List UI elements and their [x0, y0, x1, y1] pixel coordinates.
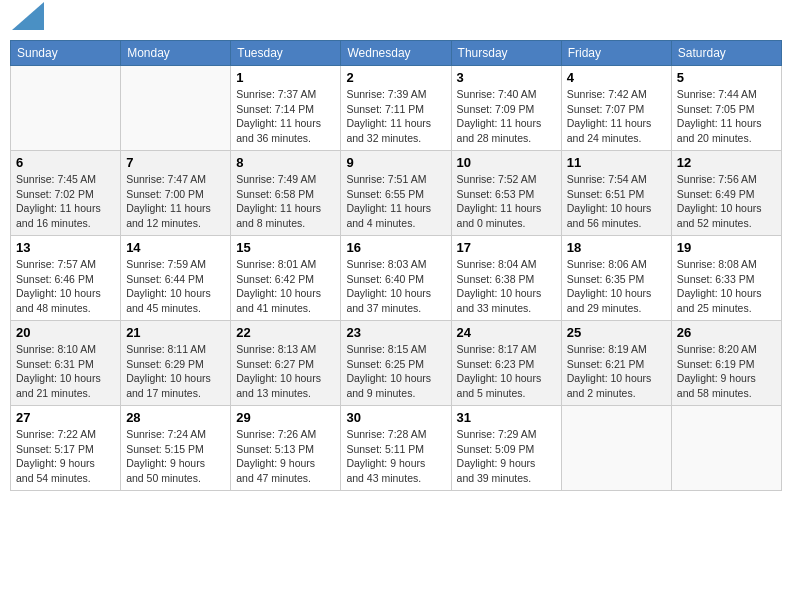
- cell-info: Sunrise: 8:17 AM Sunset: 6:23 PM Dayligh…: [457, 342, 556, 401]
- cell-info: Sunrise: 7:47 AM Sunset: 7:00 PM Dayligh…: [126, 172, 225, 231]
- day-number: 2: [346, 70, 445, 85]
- day-number: 23: [346, 325, 445, 340]
- day-number: 14: [126, 240, 225, 255]
- calendar-cell: 4Sunrise: 7:42 AM Sunset: 7:07 PM Daylig…: [561, 66, 671, 151]
- day-number: 30: [346, 410, 445, 425]
- calendar-week-row: 13Sunrise: 7:57 AM Sunset: 6:46 PM Dayli…: [11, 236, 782, 321]
- calendar-body: 1Sunrise: 7:37 AM Sunset: 7:14 PM Daylig…: [11, 66, 782, 491]
- calendar-cell: 23Sunrise: 8:15 AM Sunset: 6:25 PM Dayli…: [341, 321, 451, 406]
- cell-info: Sunrise: 7:57 AM Sunset: 6:46 PM Dayligh…: [16, 257, 115, 316]
- cell-info: Sunrise: 8:11 AM Sunset: 6:29 PM Dayligh…: [126, 342, 225, 401]
- day-number: 24: [457, 325, 556, 340]
- page-header: [10, 10, 782, 32]
- calendar-week-row: 27Sunrise: 7:22 AM Sunset: 5:17 PM Dayli…: [11, 406, 782, 491]
- cell-info: Sunrise: 8:19 AM Sunset: 6:21 PM Dayligh…: [567, 342, 666, 401]
- cell-info: Sunrise: 8:06 AM Sunset: 6:35 PM Dayligh…: [567, 257, 666, 316]
- calendar-cell: 25Sunrise: 8:19 AM Sunset: 6:21 PM Dayli…: [561, 321, 671, 406]
- cell-info: Sunrise: 8:20 AM Sunset: 6:19 PM Dayligh…: [677, 342, 776, 401]
- cell-info: Sunrise: 7:29 AM Sunset: 5:09 PM Dayligh…: [457, 427, 556, 486]
- calendar-cell: 9Sunrise: 7:51 AM Sunset: 6:55 PM Daylig…: [341, 151, 451, 236]
- cell-info: Sunrise: 7:52 AM Sunset: 6:53 PM Dayligh…: [457, 172, 556, 231]
- calendar-cell: 7Sunrise: 7:47 AM Sunset: 7:00 PM Daylig…: [121, 151, 231, 236]
- cell-info: Sunrise: 8:15 AM Sunset: 6:25 PM Dayligh…: [346, 342, 445, 401]
- calendar-cell: 5Sunrise: 7:44 AM Sunset: 7:05 PM Daylig…: [671, 66, 781, 151]
- day-number: 7: [126, 155, 225, 170]
- calendar-cell: 6Sunrise: 7:45 AM Sunset: 7:02 PM Daylig…: [11, 151, 121, 236]
- cell-info: Sunrise: 7:26 AM Sunset: 5:13 PM Dayligh…: [236, 427, 335, 486]
- cell-info: Sunrise: 7:44 AM Sunset: 7:05 PM Dayligh…: [677, 87, 776, 146]
- cell-info: Sunrise: 8:04 AM Sunset: 6:38 PM Dayligh…: [457, 257, 556, 316]
- cell-info: Sunrise: 7:24 AM Sunset: 5:15 PM Dayligh…: [126, 427, 225, 486]
- cell-info: Sunrise: 7:28 AM Sunset: 5:11 PM Dayligh…: [346, 427, 445, 486]
- day-number: 28: [126, 410, 225, 425]
- day-number: 6: [16, 155, 115, 170]
- calendar-cell: 11Sunrise: 7:54 AM Sunset: 6:51 PM Dayli…: [561, 151, 671, 236]
- cell-info: Sunrise: 7:39 AM Sunset: 7:11 PM Dayligh…: [346, 87, 445, 146]
- calendar-day-header: Wednesday: [341, 41, 451, 66]
- calendar-day-header: Tuesday: [231, 41, 341, 66]
- day-number: 5: [677, 70, 776, 85]
- cell-info: Sunrise: 7:54 AM Sunset: 6:51 PM Dayligh…: [567, 172, 666, 231]
- calendar-cell: 10Sunrise: 7:52 AM Sunset: 6:53 PM Dayli…: [451, 151, 561, 236]
- calendar-cell: 29Sunrise: 7:26 AM Sunset: 5:13 PM Dayli…: [231, 406, 341, 491]
- calendar-cell: [561, 406, 671, 491]
- calendar-cell: 16Sunrise: 8:03 AM Sunset: 6:40 PM Dayli…: [341, 236, 451, 321]
- day-number: 17: [457, 240, 556, 255]
- day-number: 13: [16, 240, 115, 255]
- cell-info: Sunrise: 7:49 AM Sunset: 6:58 PM Dayligh…: [236, 172, 335, 231]
- logo: [10, 10, 44, 32]
- svg-marker-0: [12, 2, 44, 30]
- calendar-cell: 12Sunrise: 7:56 AM Sunset: 6:49 PM Dayli…: [671, 151, 781, 236]
- calendar-day-header: Saturday: [671, 41, 781, 66]
- calendar-cell: 8Sunrise: 7:49 AM Sunset: 6:58 PM Daylig…: [231, 151, 341, 236]
- day-number: 21: [126, 325, 225, 340]
- cell-info: Sunrise: 8:01 AM Sunset: 6:42 PM Dayligh…: [236, 257, 335, 316]
- day-number: 22: [236, 325, 335, 340]
- calendar-cell: 22Sunrise: 8:13 AM Sunset: 6:27 PM Dayli…: [231, 321, 341, 406]
- calendar-week-row: 1Sunrise: 7:37 AM Sunset: 7:14 PM Daylig…: [11, 66, 782, 151]
- cell-info: Sunrise: 7:22 AM Sunset: 5:17 PM Dayligh…: [16, 427, 115, 486]
- calendar-cell: 2Sunrise: 7:39 AM Sunset: 7:11 PM Daylig…: [341, 66, 451, 151]
- calendar-cell: 26Sunrise: 8:20 AM Sunset: 6:19 PM Dayli…: [671, 321, 781, 406]
- day-number: 26: [677, 325, 776, 340]
- calendar-cell: 28Sunrise: 7:24 AM Sunset: 5:15 PM Dayli…: [121, 406, 231, 491]
- calendar-cell: 21Sunrise: 8:11 AM Sunset: 6:29 PM Dayli…: [121, 321, 231, 406]
- cell-info: Sunrise: 8:13 AM Sunset: 6:27 PM Dayligh…: [236, 342, 335, 401]
- day-number: 4: [567, 70, 666, 85]
- calendar-cell: 30Sunrise: 7:28 AM Sunset: 5:11 PM Dayli…: [341, 406, 451, 491]
- calendar-table: SundayMondayTuesdayWednesdayThursdayFrid…: [10, 40, 782, 491]
- day-number: 1: [236, 70, 335, 85]
- calendar-cell: 1Sunrise: 7:37 AM Sunset: 7:14 PM Daylig…: [231, 66, 341, 151]
- day-number: 27: [16, 410, 115, 425]
- logo-arrow-icon: [12, 2, 44, 30]
- calendar-cell: 24Sunrise: 8:17 AM Sunset: 6:23 PM Dayli…: [451, 321, 561, 406]
- day-number: 25: [567, 325, 666, 340]
- calendar-week-row: 20Sunrise: 8:10 AM Sunset: 6:31 PM Dayli…: [11, 321, 782, 406]
- day-number: 16: [346, 240, 445, 255]
- calendar-cell: 3Sunrise: 7:40 AM Sunset: 7:09 PM Daylig…: [451, 66, 561, 151]
- calendar-cell: [671, 406, 781, 491]
- calendar-day-header: Friday: [561, 41, 671, 66]
- day-number: 3: [457, 70, 556, 85]
- calendar-cell: 18Sunrise: 8:06 AM Sunset: 6:35 PM Dayli…: [561, 236, 671, 321]
- calendar-cell: 20Sunrise: 8:10 AM Sunset: 6:31 PM Dayli…: [11, 321, 121, 406]
- calendar-header-row: SundayMondayTuesdayWednesdayThursdayFrid…: [11, 41, 782, 66]
- calendar-cell: 31Sunrise: 7:29 AM Sunset: 5:09 PM Dayli…: [451, 406, 561, 491]
- calendar-cell: [11, 66, 121, 151]
- cell-info: Sunrise: 7:51 AM Sunset: 6:55 PM Dayligh…: [346, 172, 445, 231]
- cell-info: Sunrise: 7:42 AM Sunset: 7:07 PM Dayligh…: [567, 87, 666, 146]
- calendar-day-header: Thursday: [451, 41, 561, 66]
- day-number: 8: [236, 155, 335, 170]
- cell-info: Sunrise: 8:10 AM Sunset: 6:31 PM Dayligh…: [16, 342, 115, 401]
- cell-info: Sunrise: 7:56 AM Sunset: 6:49 PM Dayligh…: [677, 172, 776, 231]
- calendar-cell: [121, 66, 231, 151]
- calendar-cell: 27Sunrise: 7:22 AM Sunset: 5:17 PM Dayli…: [11, 406, 121, 491]
- day-number: 15: [236, 240, 335, 255]
- calendar-cell: 19Sunrise: 8:08 AM Sunset: 6:33 PM Dayli…: [671, 236, 781, 321]
- cell-info: Sunrise: 8:08 AM Sunset: 6:33 PM Dayligh…: [677, 257, 776, 316]
- day-number: 19: [677, 240, 776, 255]
- day-number: 18: [567, 240, 666, 255]
- cell-info: Sunrise: 7:59 AM Sunset: 6:44 PM Dayligh…: [126, 257, 225, 316]
- day-number: 11: [567, 155, 666, 170]
- day-number: 12: [677, 155, 776, 170]
